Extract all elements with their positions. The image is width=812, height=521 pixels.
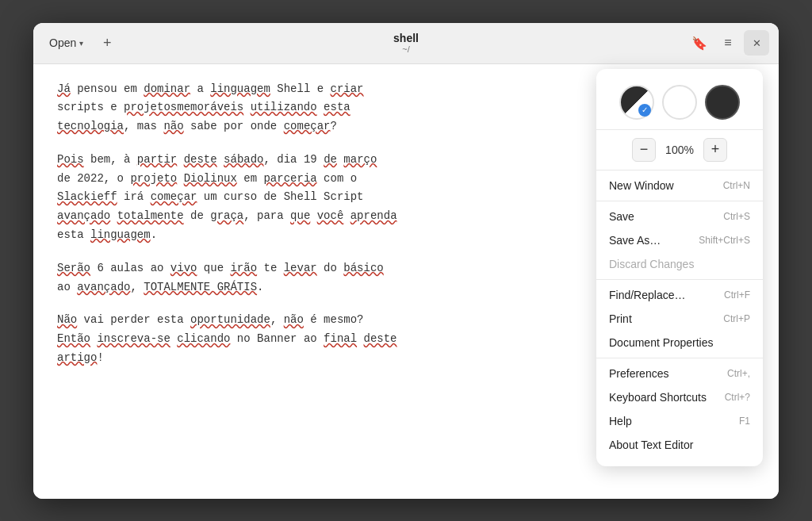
word-tecnologia: tecnologia [57, 120, 124, 132]
word-sabado: sábado [224, 153, 263, 166]
chevron-down-icon: ▾ [79, 39, 83, 48]
menu-item-0-0[interactable]: New WindowCtrl+N [596, 174, 763, 197]
word-nao2: Não [57, 313, 77, 326]
zoom-in-button[interactable]: + [703, 138, 727, 162]
word-graca: graça [210, 209, 243, 222]
window-subtitle: ~/ [393, 44, 419, 54]
word-marco: março [343, 153, 377, 166]
menu-item-label-2-0: Find/Replace… [609, 289, 686, 301]
menu-item-2-0[interactable]: Find/Replace…Ctrl+F [596, 283, 763, 307]
menu-item-label-2-1: Print [609, 312, 632, 325]
menu-item-label-3-0: Preferences [609, 367, 668, 380]
menu-section-1: SaveCtrl+SSave As…Shift+Ctrl+SDiscard Ch… [596, 201, 763, 280]
theme-light-button[interactable] [662, 85, 697, 120]
word-linguagem2: linguagem [90, 228, 151, 241]
word-comecar2: começar [151, 190, 197, 203]
word-deste2: deste [364, 332, 397, 345]
word-levar: levar [284, 262, 317, 274]
zoom-section: − 100% + [596, 130, 763, 170]
word-avancado: avançado [57, 209, 110, 222]
menu-item-shortcut-0-0: Ctrl+N [723, 180, 750, 191]
menu-section-2: Find/Replace…Ctrl+FPrintCtrl+PDocument P… [596, 280, 763, 358]
menu-item-1-2: Discard Changes [596, 252, 763, 276]
app-window: Open ▾ + shell ~/ 🔖 ≡ ✕ Já [33, 23, 779, 499]
bookmark-button[interactable]: 🔖 [687, 30, 712, 56]
menu-item-3-2[interactable]: HelpF1 [596, 409, 763, 433]
word-inscreva: inscreva-se [97, 332, 170, 345]
titlebar-left: Open ▾ + [43, 32, 118, 54]
minus-icon: − [640, 141, 649, 158]
word-serao: Serão [57, 262, 90, 274]
menu-item-label-2-2: Document Properties [609, 336, 714, 349]
zoom-value: 100% [664, 144, 695, 156]
zoom-out-button[interactable]: − [632, 138, 656, 162]
word-pois: Pois [57, 153, 84, 166]
word-ja: Já [57, 82, 71, 95]
menu-item-shortcut-2-0: Ctrl+F [724, 289, 750, 301]
word-oportunidade: oportunidade [190, 313, 270, 326]
titlebar: Open ▾ + shell ~/ 🔖 ≡ ✕ [33, 23, 779, 64]
hamburger-icon: ≡ [724, 36, 731, 50]
word-artigo: artigo [57, 351, 97, 364]
menu-item-3-1[interactable]: Keyboard ShortcutsCtrl+? [596, 385, 763, 409]
word-totalmente-gratis: TOTALMENTE GRÁTIS [144, 281, 257, 293]
word-diolinux: Diolinux [184, 172, 237, 185]
menu-section-0: New WindowCtrl+N [596, 170, 763, 201]
theme-dark-button[interactable] [705, 85, 740, 120]
menu-sections: New WindowCtrl+NSaveCtrl+SSave As…Shift+… [596, 170, 763, 460]
word-vivo: vivo [170, 262, 197, 274]
menu-item-3-3[interactable]: About Text Editor [596, 433, 763, 457]
theme-system-button[interactable]: ✓ [619, 85, 654, 120]
word-esta: esta [324, 101, 350, 113]
word-voce: você [317, 209, 344, 222]
word-linguagem: linguagem [210, 82, 270, 95]
word-totalmente: totalmente [117, 209, 184, 222]
menu-item-shortcut-2-1: Ctrl+P [723, 313, 750, 324]
menu-item-1-0[interactable]: SaveCtrl+S [596, 205, 763, 228]
menu-item-shortcut-1-1: Shift+Ctrl+S [699, 235, 750, 246]
menu-item-label-3-1: Keyboard Shortcuts [609, 391, 707, 404]
window-title: shell [393, 32, 419, 44]
word-partir: partir [137, 153, 177, 166]
bookmark-icon: 🔖 [691, 36, 707, 51]
word-deste: deste [184, 153, 217, 166]
word-parceria: parceria [263, 172, 316, 185]
selected-checkmark: ✓ [638, 104, 651, 117]
word-clicando: clicando [177, 332, 230, 345]
menu-item-shortcut-3-1: Ctrl+? [725, 392, 750, 403]
word-entao: Então [57, 332, 90, 345]
plus-icon: + [103, 35, 112, 52]
word-dominar: dominar [144, 82, 190, 95]
word-avancado2: avançado [77, 281, 130, 293]
menu-item-label-1-1: Save As… [609, 234, 661, 247]
word-final: final [324, 332, 357, 345]
open-button[interactable]: Open ▾ [43, 33, 90, 52]
new-tab-button[interactable]: + [96, 32, 118, 54]
open-label: Open [49, 36, 76, 49]
word-aprenda: aprenda [350, 209, 397, 222]
word-utilizando: utilizando [251, 101, 317, 113]
menu-item-label-3-2: Help [609, 415, 632, 427]
menu-item-label-0-0: New Window [609, 179, 674, 192]
word-irao: irão [230, 262, 257, 274]
plus-icon: + [711, 141, 720, 158]
dropdown-menu: ✓ − 100% + New WindowCtrl+NSaveCtrl+SSav… [596, 69, 763, 466]
word-basico: básico [343, 262, 383, 274]
word-nao: não [163, 120, 183, 132]
menu-item-1-1[interactable]: Save As…Shift+Ctrl+S [596, 228, 763, 252]
menu-item-2-1[interactable]: PrintCtrl+P [596, 307, 763, 331]
menu-item-3-0[interactable]: PreferencesCtrl+, [596, 362, 763, 385]
word-projeto: projeto [130, 172, 177, 185]
menu-section-3: PreferencesCtrl+,Keyboard ShortcutsCtrl+… [596, 358, 763, 460]
word-nao3: não [284, 313, 304, 326]
titlebar-center: shell ~/ [393, 32, 419, 54]
menu-item-label-1-2: Discard Changes [609, 258, 694, 270]
word-comecar: começar [284, 120, 331, 132]
theme-section: ✓ [596, 79, 763, 130]
close-button[interactable]: ✕ [744, 30, 769, 56]
menu-item-shortcut-3-2: F1 [739, 416, 750, 427]
menu-item-2-2[interactable]: Document Properties [596, 331, 763, 354]
word-que: que [290, 209, 310, 222]
menu-button[interactable]: ≡ [715, 30, 741, 56]
word-slackieff: Slackieff [57, 190, 117, 203]
